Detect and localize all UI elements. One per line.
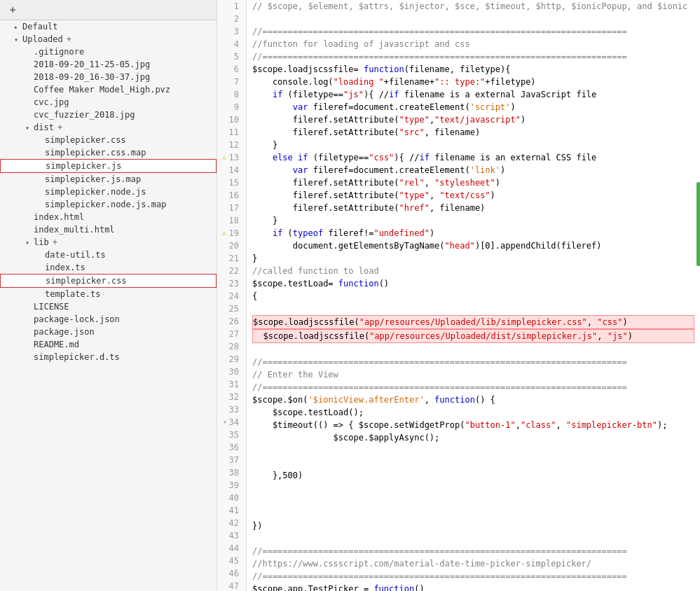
tree-item-sp-css[interactable]: simplepicker.css (0, 134, 217, 146)
tree-item-readme[interactable]: README.md (0, 338, 217, 351)
line-number-33: 33 (221, 403, 242, 416)
line-number-13: 13 (221, 151, 242, 164)
line-number-47: 47 (221, 580, 242, 591)
code-line-20: document.getElementsByTagName("head")[0]… (252, 239, 694, 252)
tree-item-index-multi[interactable]: index_multi.html (0, 223, 217, 236)
code-line-7: console.log("loading "+filename+":: type… (252, 76, 694, 88)
line-number-37: 37 (221, 454, 242, 466)
code-line-6: $scope.loadjscssfile= function(filename,… (252, 63, 694, 76)
tree-item-label: lib (34, 237, 49, 247)
tree-item-label: simplepicker.node.js (45, 187, 146, 197)
file-tree-sidebar: + DefaultUploaded+.gitignore2018-09-20_1… (0, 0, 217, 591)
line-number-39: 39 (221, 479, 242, 492)
tree-item-uploaded[interactable]: Uploaded+ (0, 33, 217, 46)
line-number-32: 32 (221, 391, 242, 403)
code-line-23: $scope.testLoad= function() (252, 277, 694, 290)
tree-item-dist[interactable]: dist+ (0, 121, 217, 134)
code-line-16: fileref.setAttribute("type", "text/css") (252, 189, 694, 202)
tree-item-gitignore[interactable]: .gitignore (0, 46, 217, 58)
code-line-9: var fileref=document.createElement('scri… (252, 101, 694, 113)
code-content[interactable]: // $scope, $element, $attrs, $injector, … (247, 0, 700, 591)
add-to-uploaded[interactable]: + (67, 34, 71, 44)
tree-item-label: index.html (34, 212, 84, 222)
arrow-closed (14, 23, 22, 31)
code-line-14: var fileref=document.createElement('link… (252, 164, 694, 176)
line-number-35: 35 (221, 429, 242, 441)
tree-item-label: simplepicker.css (45, 135, 126, 145)
line-number-4: 4 (221, 38, 242, 50)
line-number-5: 5 (221, 50, 242, 63)
tree-item-label: simplepicker.node.js.map (45, 200, 166, 209)
tree-item-label: date-util.ts (45, 250, 106, 260)
line-number-29: 29 (221, 353, 242, 366)
line-number-26: 26 (221, 315, 242, 328)
tree-item-date-util[interactable]: date-util.ts (0, 249, 217, 261)
code-line-13: else if (filetype=="css"){ //if filename… (252, 151, 694, 164)
code-line-18: } (252, 214, 694, 227)
tree-item-label: README.md (34, 340, 79, 349)
line-number-2: 2 (221, 13, 242, 25)
tree-item-sp-js-map[interactable]: simplepicker.js.map (0, 173, 217, 186)
line-number-18: 18 (221, 214, 242, 227)
code-line-31: //======================================… (252, 381, 694, 394)
tree-item-model[interactable]: Coffee Maker Model_High.pvz (0, 83, 217, 96)
tree-item-index-ts[interactable]: index.ts (0, 261, 217, 274)
add-resource-icon[interactable]: + (10, 4, 16, 15)
line-number-41: 41 (221, 504, 242, 517)
tree-item-sp-js[interactable]: simplepicker.js (0, 159, 217, 173)
line-number-24: 24 (221, 290, 242, 303)
tree-item-label: cvc.jpg (34, 97, 69, 107)
tree-item-sp-css2[interactable]: simplepicker.css (0, 274, 217, 288)
tree-item-label: simplepicker.d.ts (34, 352, 120, 362)
tree-item-index[interactable]: index.html (0, 211, 217, 223)
line-number-8: 8 (221, 88, 242, 101)
code-line-40 (252, 494, 694, 507)
line-number-38: 38 (221, 466, 242, 479)
tree-item-default[interactable]: Default (0, 20, 217, 33)
tree-item-label: index.ts (45, 263, 85, 272)
tree-item-img2[interactable]: 2018-09-20_16-30-37.jpg (0, 71, 217, 83)
line-number-28: 28 (221, 340, 242, 353)
code-line-1: // $scope, $element, $attrs, $injector, … (252, 0, 694, 13)
line-number-25: 25 (221, 303, 242, 315)
code-line-2 (252, 13, 694, 25)
tree-item-pkg-lock[interactable]: package-lock.json (0, 313, 217, 326)
tree-item-sp-node-map[interactable]: simplepicker.node.js.map (0, 198, 217, 211)
code-line-45: //https://www.cssscript.com/material-dat… (252, 557, 694, 570)
tree-item-cvc[interactable]: cvc.jpg (0, 96, 217, 109)
code-line-29: //======================================… (252, 356, 694, 368)
tree-item-lib[interactable]: lib+ (0, 236, 217, 249)
code-line-17: fileref.setAttribute("href", filename) (252, 202, 694, 214)
tree-item-license[interactable]: LICENSE (0, 300, 217, 313)
add-to-dist[interactable]: + (57, 123, 62, 132)
tree-item-sp-d-ts[interactable]: simplepicker.d.ts (0, 351, 217, 363)
tree-item-cvc2[interactable]: cvc_fuzzier_2018.jpg (0, 109, 217, 121)
tree-item-label: index_multi.html (34, 225, 115, 235)
tree-item-sp-node[interactable]: simplepicker.node.js (0, 186, 217, 198)
line-number-27: 27 (221, 328, 242, 340)
tree-item-img1[interactable]: 2018-09-20_11-25-05.jpg (0, 58, 217, 71)
arrow-open (25, 239, 34, 246)
line-number-9: 9 (221, 101, 242, 113)
line-number-34: 34 (221, 416, 242, 429)
code-line-19: if (typeof fileref!="undefined") (252, 227, 694, 239)
code-line-44: //======================================… (252, 545, 694, 557)
tree-item-sp-css-map[interactable]: simplepicker.css.map (0, 146, 217, 159)
line-numbers: 1234567891011121314151617181920212223242… (217, 0, 247, 591)
tree-item-label: cvc_fuzzier_2018.jpg (34, 110, 135, 120)
tree-item-label: 2018-09-20_16-30-37.jpg (34, 72, 150, 82)
tree-item-template[interactable]: template.ts (0, 288, 217, 300)
line-number-40: 40 (221, 492, 242, 504)
line-number-12: 12 (221, 139, 242, 151)
code-line-8: if (filetype=="js"){ //if filename is a … (252, 88, 694, 101)
tree-item-pkg[interactable]: package.json (0, 326, 217, 338)
line-number-45: 45 (221, 555, 242, 567)
tree-item-label: Uploaded (22, 34, 63, 44)
add-to-lib[interactable]: + (53, 237, 57, 247)
scroll-position-indicator (696, 182, 700, 266)
code-line-15: fileref.setAttribute("rel", "stylesheet"… (252, 176, 694, 189)
tree-item-label: dist (34, 123, 54, 132)
tree-item-label: simplepicker.js (46, 161, 121, 171)
code-line-47: $scope.app.TestPicker = function() (252, 583, 694, 591)
code-area: 1234567891011121314151617181920212223242… (217, 0, 700, 591)
